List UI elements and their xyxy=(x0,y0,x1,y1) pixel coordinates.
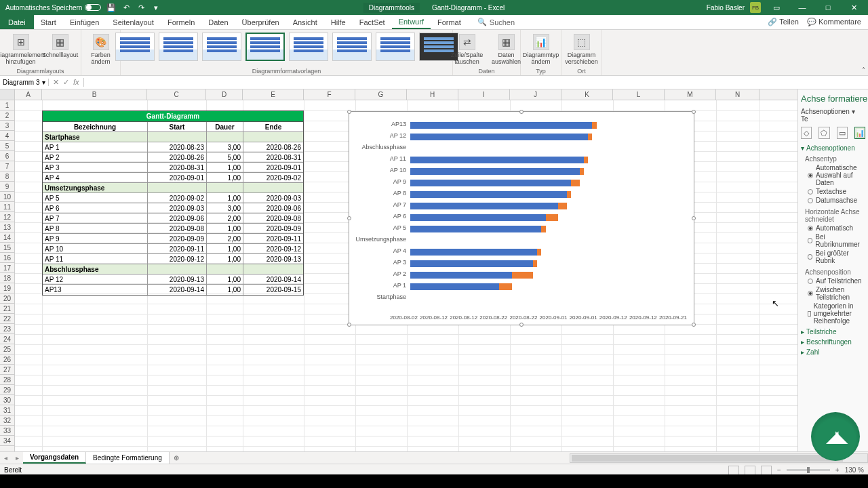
chart-style-7[interactable] xyxy=(376,33,415,61)
chart-y-label[interactable]: AP 8 xyxy=(393,190,406,197)
sheet-tab-other[interactable]: Bedingte Formatierung xyxy=(86,452,170,464)
chart-bar-start[interactable] xyxy=(410,191,567,198)
chart-y-label[interactable]: AP 4 xyxy=(393,247,406,254)
chart-y-label[interactable]: AP13 xyxy=(391,121,406,127)
cell-bez[interactable]: AP 9 xyxy=(43,234,148,243)
cell-bez[interactable]: AP 11 xyxy=(43,254,148,264)
opt-auto-axis[interactable]: Automatische Auswahl auf Daten xyxy=(808,163,865,187)
cell-bez[interactable]: AP 1 xyxy=(43,142,148,152)
menu-tab-überprüfen[interactable]: Überprüfen xyxy=(235,15,286,29)
cell-start[interactable]: 2020-09-14 xyxy=(148,285,207,295)
save-icon[interactable]: 💾 xyxy=(106,3,116,12)
row-header[interactable]: 24 xyxy=(0,334,14,344)
opt-h-auto[interactable]: Automatisch xyxy=(808,224,865,232)
menu-tab-format[interactable]: Format xyxy=(431,15,468,29)
chart-y-label[interactable]: AP 10 xyxy=(390,167,406,174)
cell-bez[interactable]: AP 12 xyxy=(43,274,148,284)
row-header[interactable]: 12 xyxy=(0,212,14,222)
row-header[interactable]: 23 xyxy=(0,324,14,334)
chart-bar-start[interactable] xyxy=(410,249,537,256)
opt-h-max[interactable]: Bei größter Rubrik xyxy=(808,249,865,265)
chart-bar-start[interactable] xyxy=(410,283,499,290)
cell-ende[interactable]: 2020-09-02 xyxy=(243,173,303,182)
cell-dauer[interactable]: 1,00 xyxy=(207,193,243,203)
row-header[interactable]: 3 xyxy=(0,121,14,131)
opt-between-tick[interactable]: Zwischen Teilstrichen xyxy=(808,285,865,302)
chart-style-6[interactable] xyxy=(332,33,372,61)
chart-y-label[interactable]: AP 12 xyxy=(390,132,406,139)
row-header[interactable]: 4 xyxy=(0,131,14,141)
cell-bez[interactable]: AP 3 xyxy=(43,163,148,172)
add-sheet-icon[interactable]: ⊕ xyxy=(170,454,183,462)
row-header[interactable]: 20 xyxy=(0,293,14,304)
cell-dauer[interactable]: 1,00 xyxy=(207,173,243,182)
row-header[interactable]: 6 xyxy=(0,151,14,161)
cell-ende[interactable]: 2020-09-13 xyxy=(243,254,303,264)
column-header[interactable]: G xyxy=(355,89,407,100)
column-header[interactable]: L xyxy=(613,89,665,100)
cell-ende[interactable]: 2020-09-01 xyxy=(243,163,303,172)
cell-dauer[interactable]: 1,00 xyxy=(207,285,243,295)
page-layout-view-icon[interactable] xyxy=(745,466,755,475)
chart-bar-duration[interactable] xyxy=(588,134,592,140)
chart-y-label[interactable]: Startphase xyxy=(376,293,406,300)
row-header[interactable]: 17 xyxy=(0,263,14,273)
search-label[interactable]: Suchen xyxy=(490,18,515,26)
select-all-corner[interactable] xyxy=(0,89,15,100)
cell-start[interactable]: 2020-09-11 xyxy=(148,244,207,253)
menu-tab-einfügen[interactable]: Einfügen xyxy=(63,15,106,29)
row-header[interactable]: 9 xyxy=(0,182,14,192)
add-chart-element-button[interactable]: ⊞Diagrammelement hinzufügen xyxy=(3,31,39,65)
comments-button[interactable]: 💬 Kommentare xyxy=(807,18,861,26)
chart-bar-duration[interactable] xyxy=(580,168,584,175)
menu-tab-hilfe[interactable]: Hilfe xyxy=(324,15,353,29)
column-header[interactable]: E xyxy=(243,89,304,100)
cell-ende[interactable]: 2020-09-03 xyxy=(243,193,303,203)
cell-ende[interactable]: 2020-08-26 xyxy=(243,142,303,152)
opt-reverse-categories[interactable]: Kategorien in umgekehrter Reihenfolge xyxy=(808,302,865,325)
cell-dauer[interactable]: 2,00 xyxy=(207,214,243,223)
row-header[interactable]: 8 xyxy=(0,171,14,182)
autosave-toggle[interactable]: Automatisches Speichern xyxy=(5,4,101,12)
chart-bar-start[interactable] xyxy=(410,260,533,267)
section-tickmarks[interactable]: ▸ Teilstriche xyxy=(801,328,865,336)
row-header[interactable]: 18 xyxy=(0,273,14,283)
row-header[interactable]: 33 xyxy=(0,426,14,436)
cell-bez[interactable]: AP 10 xyxy=(43,244,148,253)
menu-tab-factset[interactable]: FactSet xyxy=(353,15,392,29)
effects-icon[interactable]: ⬠ xyxy=(818,127,829,139)
move-chart-button[interactable]: ⬚Diagramm verschieben xyxy=(564,31,600,65)
column-header[interactable]: J xyxy=(510,89,561,100)
row-header[interactable]: 31 xyxy=(0,405,14,415)
chart-bar-duration[interactable] xyxy=(499,283,512,290)
cell-start[interactable]: 2020-09-12 xyxy=(148,254,207,264)
cell-bez[interactable]: AP 8 xyxy=(43,224,148,233)
user-name[interactable]: Fabio Basler xyxy=(707,4,745,12)
cell-bez[interactable]: Umsetzungsphase xyxy=(43,183,148,192)
pane-tab-options[interactable]: Achsenoptionen xyxy=(801,108,850,115)
chart-bar-duration[interactable] xyxy=(541,226,545,232)
share-button[interactable]: 🔗 Teilen xyxy=(768,18,799,26)
chart-y-label[interactable]: AP 2 xyxy=(393,270,406,277)
maximize-icon[interactable]: □ xyxy=(818,1,838,14)
cell-bez[interactable]: AP13 xyxy=(43,285,148,295)
chart-bar-duration[interactable] xyxy=(546,214,559,221)
cell-start[interactable]: 2020-09-01 xyxy=(148,173,207,182)
chart-style-4[interactable] xyxy=(245,33,285,61)
cell-start[interactable]: 2020-09-13 xyxy=(148,274,207,284)
chart-y-label[interactable]: AP 7 xyxy=(393,201,406,208)
minimize-icon[interactable]: — xyxy=(792,1,812,14)
row-header[interactable]: 19 xyxy=(0,283,14,293)
chart-bar-duration[interactable] xyxy=(537,249,541,256)
cell-ende[interactable]: 2020-09-09 xyxy=(243,224,303,233)
chart-y-label[interactable]: AP 1 xyxy=(393,282,406,289)
cell-dauer[interactable]: 3,00 xyxy=(207,142,243,152)
cell-ende[interactable]: 2020-09-08 xyxy=(243,214,303,223)
menu-tab-formeln[interactable]: Formeln xyxy=(161,15,201,29)
cell-start[interactable]: 2020-09-06 xyxy=(148,214,207,223)
menu-tab-daten[interactable]: Daten xyxy=(201,15,235,29)
chart-y-label[interactable]: AP 3 xyxy=(393,259,406,266)
column-header[interactable]: C xyxy=(147,89,206,100)
row-header[interactable]: 10 xyxy=(0,192,14,202)
name-box[interactable]: Diagramm 3▾ xyxy=(0,79,49,86)
